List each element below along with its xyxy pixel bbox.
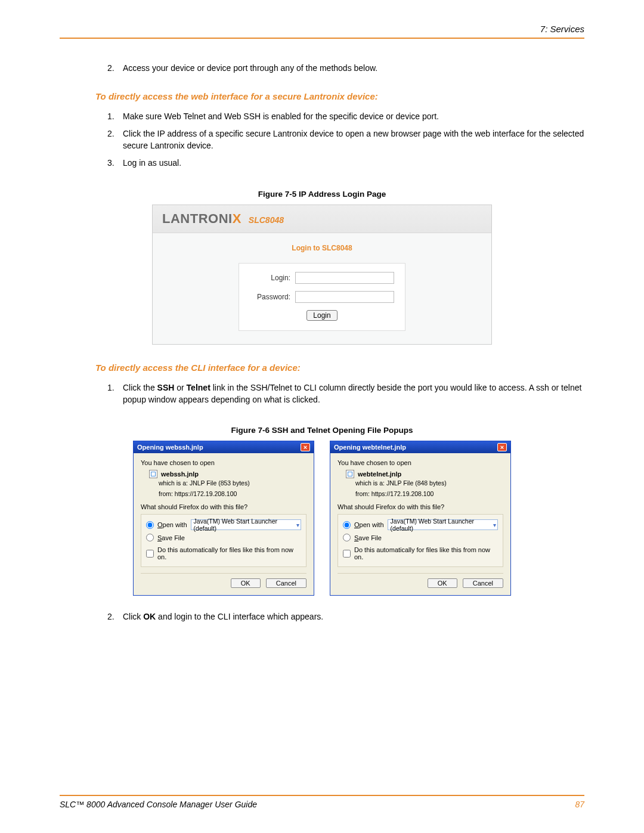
login-page-figure: LANTRONIX SLC8048 Login to SLC8048 Login… bbox=[152, 205, 492, 345]
open-with-label: Open with bbox=[354, 521, 384, 528]
cli-step: 1. Click the SSH or Telnet link in the S… bbox=[107, 382, 584, 405]
save-file-radio[interactable] bbox=[146, 534, 154, 541]
open-file-dialog-telnet: Opening webtelnet.jnlp × You have chosen… bbox=[330, 441, 511, 596]
filename: webtelnet.jnlp bbox=[358, 470, 401, 478]
header-section: 7: Services bbox=[540, 24, 584, 34]
chevron-down-icon: ▾ bbox=[296, 522, 299, 528]
jnlp-file-icon bbox=[346, 470, 354, 478]
step-number: 1. bbox=[107, 382, 123, 405]
file-type: which is a: JNLP File (848 bytes) bbox=[355, 479, 503, 487]
login-title: Login to SLC8048 bbox=[153, 244, 491, 252]
save-file-label: Save File bbox=[354, 534, 382, 541]
web-step: 3. Log in as usual. bbox=[107, 157, 584, 169]
step-number: 1. bbox=[107, 111, 123, 123]
open-with-label: Open with bbox=[157, 521, 187, 528]
step-number: 3. bbox=[107, 157, 123, 169]
file-source: from: https://172.19.208.100 bbox=[159, 490, 306, 497]
step-text: Click the SSH or Telnet link in the SSH/… bbox=[123, 382, 584, 405]
dialog-title: Opening webssh.jnlp bbox=[137, 444, 203, 451]
dialog-question: What should Firefox do with this file? bbox=[338, 503, 503, 510]
dialog-title: Opening webtelnet.jnlp bbox=[334, 444, 406, 451]
intro-step: 2. Access your device or device port thr… bbox=[107, 63, 584, 75]
action-radio-group: Open with Java(TM) Web Start Launcher (d… bbox=[338, 514, 503, 567]
cli-step: 2. Click OK and login to the CLI interfa… bbox=[107, 611, 584, 623]
application-select[interactable]: Java(TM) Web Start Launcher (default) ▾ bbox=[191, 519, 301, 530]
file-source: from: https://172.19.208.100 bbox=[355, 490, 503, 497]
auto-label: Do this automatically for files like thi… bbox=[354, 546, 498, 561]
ok-button[interactable]: OK bbox=[428, 578, 457, 588]
filename: webssh.jnlp bbox=[161, 470, 199, 478]
open-with-radio[interactable] bbox=[146, 521, 154, 529]
step-text: Click OK and login to the CLI interface … bbox=[123, 611, 584, 623]
dialog-titlebar: Opening webssh.jnlp × bbox=[134, 441, 314, 453]
web-step: 2. Click the IP address of a specific se… bbox=[107, 128, 584, 151]
chevron-down-icon: ▾ bbox=[493, 522, 496, 528]
page-number: 87 bbox=[575, 800, 584, 809]
cancel-button[interactable]: Cancel bbox=[266, 578, 306, 588]
selected-application: Java(TM) Web Start Launcher (default) bbox=[391, 518, 493, 532]
web-step: 1. Make sure Web Telnet and Web SSH is e… bbox=[107, 111, 584, 123]
password-label: Password: bbox=[250, 293, 295, 301]
auto-checkbox[interactable] bbox=[343, 550, 351, 558]
popups-figure: Opening webssh.jnlp × You have chosen to… bbox=[125, 441, 519, 596]
page-header: 7: Services bbox=[60, 24, 584, 39]
step-number: 2. bbox=[107, 128, 123, 151]
open-file-dialog-ssh: Opening webssh.jnlp × You have chosen to… bbox=[133, 441, 314, 596]
dialog-text: You have chosen to open bbox=[338, 459, 503, 466]
step-number: 2. bbox=[107, 63, 123, 75]
heading-cli-access: To directly access the CLI interface for… bbox=[95, 363, 584, 373]
figure-7-5-caption: Figure 7-5 IP Address Login Page bbox=[60, 190, 584, 199]
auto-label: Do this automatically for files like thi… bbox=[157, 546, 301, 561]
file-type: which is a: JNLP File (853 bytes) bbox=[159, 479, 306, 487]
dialog-text: You have chosen to open bbox=[141, 459, 306, 466]
selected-application: Java(TM) Web Start Launcher (default) bbox=[194, 518, 296, 532]
lantronix-logo: LANTRONIX bbox=[162, 211, 242, 227]
save-file-radio[interactable] bbox=[343, 534, 351, 541]
dialog-titlebar: Opening webtelnet.jnlp × bbox=[330, 441, 510, 453]
heading-web-access: To directly access the web interface for… bbox=[95, 91, 584, 101]
cancel-button[interactable]: Cancel bbox=[463, 578, 503, 588]
footer-title: SLC™ 8000 Advanced Console Manager User … bbox=[60, 800, 257, 809]
application-select[interactable]: Java(TM) Web Start Launcher (default) ▾ bbox=[388, 519, 498, 530]
close-icon[interactable]: × bbox=[497, 443, 507, 451]
login-header: LANTRONIX SLC8048 bbox=[153, 205, 491, 233]
login-input[interactable] bbox=[295, 272, 394, 284]
close-icon[interactable]: × bbox=[301, 443, 310, 451]
jnlp-file-icon bbox=[149, 470, 157, 478]
step-text: Access your device or device port throug… bbox=[123, 63, 584, 75]
dialog-question: What should Firefox do with this file? bbox=[141, 503, 306, 510]
login-label: Login: bbox=[250, 274, 295, 282]
page-footer: SLC™ 8000 Advanced Console Manager User … bbox=[60, 795, 584, 809]
figure-7-6-caption: Figure 7-6 SSH and Telnet Opening File P… bbox=[60, 426, 584, 435]
ok-button[interactable]: OK bbox=[231, 578, 261, 588]
auto-checkbox[interactable] bbox=[146, 550, 154, 558]
step-text: Click the IP address of a specific secur… bbox=[123, 128, 584, 151]
save-file-label: Save File bbox=[157, 534, 185, 541]
open-with-radio[interactable] bbox=[343, 521, 351, 529]
login-form: Login: Password: Login bbox=[239, 263, 405, 331]
password-input[interactable] bbox=[295, 291, 394, 303]
step-number: 2. bbox=[107, 611, 123, 623]
device-model: SLC8048 bbox=[249, 215, 284, 225]
login-button[interactable]: Login bbox=[306, 310, 337, 321]
action-radio-group: Open with Java(TM) Web Start Launcher (d… bbox=[141, 514, 306, 567]
step-text: Log in as usual. bbox=[123, 157, 584, 169]
step-text: Make sure Web Telnet and Web SSH is enab… bbox=[123, 111, 584, 123]
